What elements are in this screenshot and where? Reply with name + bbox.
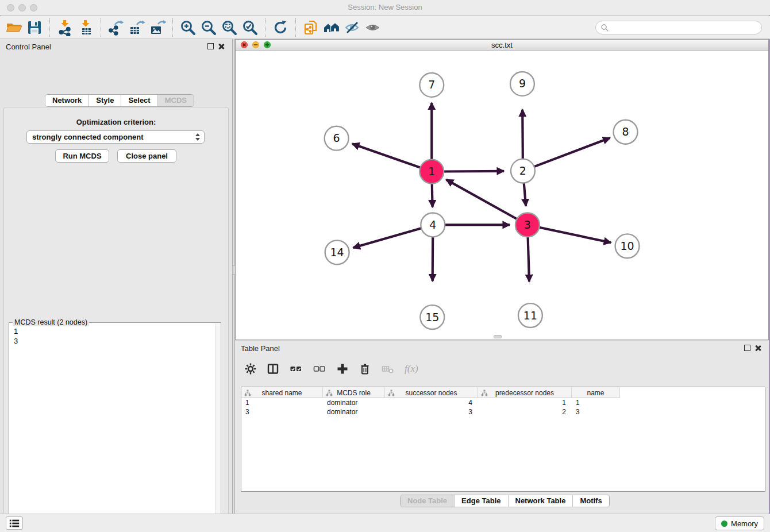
edge-1-2[interactable] bbox=[444, 171, 504, 172]
float-table-panel-icon[interactable] bbox=[744, 345, 750, 351]
memory-button[interactable]: Memory bbox=[715, 516, 764, 530]
tab-select[interactable]: Select bbox=[121, 95, 157, 106]
import-network-icon bbox=[56, 19, 74, 36]
result-scrollbar[interactable] bbox=[215, 323, 220, 532]
edge-1-4[interactable] bbox=[432, 184, 433, 207]
zoom-out-button[interactable] bbox=[198, 18, 219, 37]
edge-2-3[interactable] bbox=[524, 183, 526, 206]
table-settings-button[interactable] bbox=[244, 363, 257, 375]
save-session-button[interactable] bbox=[24, 18, 45, 37]
network-window-title: scc.txt bbox=[236, 41, 768, 49]
tab-network-table[interactable]: Network Table bbox=[509, 495, 573, 507]
node-table: shared name MCDS role successor nodes pr… bbox=[241, 387, 765, 492]
edge-3-11[interactable] bbox=[528, 237, 529, 282]
edge-2-8[interactable] bbox=[534, 138, 610, 167]
zoom-in-button[interactable] bbox=[178, 18, 198, 37]
export-network-button[interactable] bbox=[106, 18, 126, 37]
select-all-button[interactable] bbox=[289, 363, 303, 375]
function-builder-button[interactable]: f(x) bbox=[405, 363, 418, 375]
table-row[interactable]: 3dominator323 bbox=[241, 407, 765, 417]
search-input[interactable] bbox=[609, 22, 761, 33]
column-header-mcds-role[interactable]: MCDS role bbox=[323, 387, 385, 398]
duplicate-network-button[interactable] bbox=[301, 18, 321, 37]
export-image-button[interactable] bbox=[147, 18, 168, 37]
mcds-result-box[interactable]: MCDS result (2 nodes) 1 3 bbox=[9, 322, 221, 532]
tree-icon bbox=[481, 390, 488, 396]
tree-icon bbox=[326, 390, 333, 396]
table-cell: dominator bbox=[323, 407, 385, 417]
node-label-2: 2 bbox=[519, 164, 526, 177]
control-panel: Control Panel Network Style Select MCDS … bbox=[0, 39, 232, 514]
delete-row-button[interactable] bbox=[359, 363, 371, 375]
import-network-button[interactable] bbox=[55, 18, 75, 37]
add-column-button[interactable] bbox=[336, 363, 349, 375]
split-view-button[interactable] bbox=[267, 363, 279, 375]
edge-3-1[interactable] bbox=[446, 180, 517, 219]
table-cell: 3 bbox=[572, 407, 620, 417]
table-panel: Table Panel bbox=[235, 340, 769, 514]
toolbar-separator bbox=[101, 18, 101, 37]
close-panel-button[interactable]: Close panel bbox=[117, 149, 176, 163]
edge-2-9[interactable] bbox=[522, 110, 523, 159]
open-session-button[interactable] bbox=[3, 18, 24, 37]
tab-node-table[interactable]: Node Table bbox=[401, 495, 455, 507]
edge-4-14[interactable] bbox=[353, 228, 421, 248]
node-label-10: 10 bbox=[620, 240, 634, 252]
checked-boxes-icon bbox=[289, 363, 303, 375]
column-header-name[interactable]: name bbox=[572, 387, 620, 398]
save-floppy-icon bbox=[26, 19, 43, 36]
deselect-all-button[interactable] bbox=[313, 363, 326, 375]
node-label-1: 1 bbox=[428, 165, 435, 178]
node-label-6: 6 bbox=[333, 132, 340, 144]
import-table-button[interactable] bbox=[75, 18, 96, 37]
hide-panels-button[interactable] bbox=[342, 18, 363, 37]
eye-slash-icon bbox=[344, 19, 361, 36]
column-header-predecessor-nodes[interactable]: predecessor nodes bbox=[478, 387, 572, 398]
run-mcds-button[interactable]: Run MCDS bbox=[55, 149, 109, 163]
zoom-selected-button[interactable] bbox=[240, 18, 260, 37]
tab-edge-table[interactable]: Edge Table bbox=[455, 495, 508, 507]
node-label-7: 7 bbox=[428, 78, 435, 91]
column-header-shared-name[interactable]: shared name bbox=[241, 387, 323, 398]
dropdown-stepper-icon bbox=[194, 131, 204, 143]
import-table-icon bbox=[77, 19, 94, 36]
tab-motifs[interactable]: Motifs bbox=[573, 495, 609, 507]
show-panels-button[interactable] bbox=[363, 18, 383, 37]
column-label: shared name bbox=[261, 389, 302, 397]
table-row[interactable]: 1dominator411 bbox=[241, 398, 765, 407]
eye-icon bbox=[364, 19, 382, 36]
session-home-button[interactable] bbox=[321, 18, 342, 37]
table-cell: 1 bbox=[241, 398, 323, 407]
edge-1-6[interactable] bbox=[352, 144, 421, 167]
window-titlebar: Session: New Session bbox=[0, 0, 770, 16]
close-panel-icon[interactable] bbox=[218, 43, 225, 50]
network-graph[interactable]: 7968124314101511 bbox=[236, 51, 768, 340]
node-label-9: 9 bbox=[519, 77, 526, 90]
tab-style[interactable]: Style bbox=[89, 95, 121, 106]
toolbar-separator bbox=[172, 18, 173, 37]
tree-icon bbox=[244, 390, 251, 396]
refresh-button[interactable] bbox=[270, 18, 291, 37]
canvas-horizontal-scrollbar[interactable] bbox=[494, 335, 502, 338]
tab-network[interactable]: Network bbox=[45, 95, 89, 106]
table-cell: 1 bbox=[478, 398, 572, 407]
houses-icon bbox=[323, 19, 340, 36]
tab-mcds[interactable]: MCDS bbox=[158, 95, 194, 106]
float-panel-icon[interactable] bbox=[207, 43, 214, 49]
close-table-panel-icon[interactable] bbox=[754, 345, 761, 352]
toolbar-separator bbox=[49, 18, 50, 37]
table-body: 1dominator4113dominator323 bbox=[241, 398, 765, 417]
network-canvas[interactable]: 7968124314101511 bbox=[236, 51, 768, 340]
optimization-criterion-dropdown[interactable]: strongly connected component bbox=[26, 130, 205, 144]
column-label: successor nodes bbox=[405, 389, 457, 397]
column-header-successor-nodes[interactable]: successor nodes bbox=[385, 387, 478, 398]
delete-column-button[interactable] bbox=[381, 363, 395, 375]
gear-icon bbox=[244, 363, 257, 375]
edge-3-10[interactable] bbox=[539, 228, 611, 243]
zoom-fit-button[interactable] bbox=[219, 18, 240, 37]
task-history-button[interactable] bbox=[6, 516, 23, 530]
optimization-criterion-label: Optimization criterion: bbox=[4, 118, 228, 126]
export-table-button[interactable] bbox=[126, 18, 147, 37]
unchecked-boxes-icon bbox=[313, 363, 326, 375]
zoom-selected-icon bbox=[241, 19, 259, 36]
